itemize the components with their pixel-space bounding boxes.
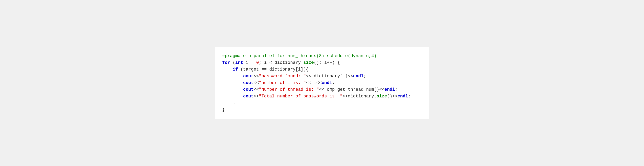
code-token: ; [408,94,410,99]
code-token: << omp_get_thread_num()<< [319,87,384,92]
code-token: for [222,60,230,65]
code-token: 0 [256,60,259,65]
code-line: cout<<"Number of thread is: "<< omp_get_… [222,86,422,93]
code-line: cout<<"Total number of passwords is: "<<… [222,93,422,100]
code-token: endl [353,74,364,79]
code-line: } [222,106,422,113]
code-token: endl [398,94,408,99]
code-token: << [254,74,259,79]
code-token: << dictionary[i]<< [306,74,353,79]
code-token: ; i < dictionary. [259,60,303,65]
code-token: ; [395,87,398,92]
code-line: for (int i = 0; i < dictionary.size(); i… [222,60,422,66]
code-token: << [254,94,259,99]
code-token: "password found: " [259,74,306,79]
code-token: cout [243,81,254,85]
code-token: cout [243,74,254,79]
code-token: << i<< [306,81,322,85]
code-token: endl [322,81,332,85]
code-line: #pragma omp parallel for num_threads(8) … [222,53,422,60]
code-token: size [376,94,387,99]
code-token: "Number of thread is: " [259,87,319,92]
code-token [222,87,243,92]
code-token: << [254,87,259,92]
code-line: if (target == dictionary[i]){ [222,66,422,73]
code-token: ;| [332,81,337,85]
code-token: ()<< [387,94,398,99]
code-token: "Total number of passwords is: " [259,94,342,99]
code-token: size [303,60,314,65]
code-token: endl [384,87,395,92]
code-token: i = [243,60,256,65]
code-line: cout<<"password found: "<< dictionary[i]… [222,73,422,80]
code-container: #pragma omp parallel for num_threads(8) … [215,47,429,119]
code-token: } [222,101,235,105]
code-token: ; [364,74,366,79]
code-token: int [235,60,243,65]
code-token: "number of i is: " [259,81,306,85]
code-token: if [222,67,238,72]
code-token: cout [243,87,254,92]
code-token: (); i++) { [314,60,340,65]
code-line: } [222,100,422,106]
code-block: #pragma omp parallel for num_threads(8) … [222,53,422,113]
code-token: cout [243,94,254,99]
code-token: } [222,107,225,112]
code-token: ( [230,60,235,65]
code-token [222,94,243,99]
code-token: (target == dictionary[i]){ [238,67,308,72]
code-token: <<dictionary. [342,94,376,99]
code-token [222,74,243,79]
code-token [222,81,243,85]
code-line: cout<<"number of i is: "<< i<<endl;| [222,80,422,86]
code-token: << [254,81,259,85]
code-token: #pragma omp parallel for num_threads(8) … [222,54,376,59]
